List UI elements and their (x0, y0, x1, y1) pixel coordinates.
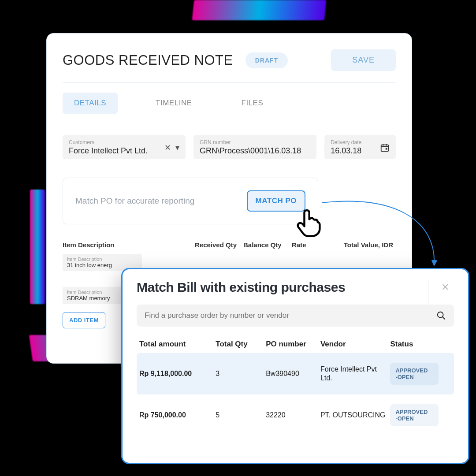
tab-details[interactable]: DETAILS (63, 93, 118, 114)
col-status: Status (390, 340, 451, 349)
field-value: GRN\Process\0001\16.03.18 (200, 146, 310, 156)
close-icon[interactable]: ✕ (436, 282, 454, 293)
form-fields: Customers Force Intellect Pvt Ltd. ✕ ▾ G… (63, 135, 396, 159)
col-total-qty: Total Qty (216, 340, 266, 349)
col-vendor: Vendor (320, 340, 390, 349)
field-label: Customers (69, 139, 164, 145)
field-value: Force Intellect Pvt Ltd. (69, 146, 164, 156)
po-status-badge: APPROVED -OPEN (390, 404, 439, 426)
item-description: 31 inch low energ (67, 262, 138, 268)
grn-number-field[interactable]: GRN number GRN\Process\0001\16.03.18 (193, 135, 316, 159)
po-search[interactable] (137, 305, 454, 327)
svg-rect-1 (386, 148, 387, 149)
cursor-hand-icon (294, 205, 326, 237)
delivery-date-field[interactable]: Delivery date 16.03.18 (324, 135, 396, 159)
card-header: GOODS RECEIVED NOTE DRAFT SAVE (63, 33, 396, 83)
divider (428, 281, 428, 305)
customers-field[interactable]: Customers Force Intellect Pvt Ltd. ✕ ▾ (63, 135, 186, 159)
add-item-button[interactable]: ADD ITEM (63, 312, 105, 328)
po-table-header: Total amount Total Qty PO number Vendor … (137, 335, 454, 353)
calendar-icon[interactable] (380, 143, 390, 152)
chevron-down-icon[interactable]: ▾ (175, 143, 179, 152)
po-amount: Rp 750,000.00 (139, 411, 216, 419)
po-row[interactable]: Rp 9,118,000.00 3 Bw390490 Force Intelle… (137, 353, 454, 394)
col-total-value: Total Value, IDR (336, 241, 393, 249)
modal-title: Match Bill with existing purchases (137, 280, 345, 295)
po-vendor: PT. OUTSOURCING (320, 411, 390, 420)
po-status-badge: APPROVED -OPEN (390, 363, 439, 385)
tab-timeline[interactable]: TIMELINE (144, 93, 203, 114)
decorative-streak (30, 190, 45, 304)
match-bill-modal: Match Bill with existing purchases ✕ Tot… (121, 268, 469, 464)
po-number: Bw390490 (266, 370, 320, 378)
po-qty: 3 (216, 370, 266, 378)
page-title: GOODS RECEIVED NOTE (63, 52, 233, 68)
decorative-streak (192, 0, 327, 20)
save-button[interactable]: SAVE (331, 49, 396, 71)
items-table-header: Item Description Received Qty Balance Qt… (63, 241, 396, 249)
tab-files[interactable]: FILES (230, 93, 275, 114)
po-number: 32220 (266, 411, 320, 419)
match-po-panel: Match PO for accurate reporting MATCH PO (63, 178, 318, 224)
col-po-number: PO number (266, 340, 320, 349)
svg-rect-0 (381, 145, 389, 151)
po-row[interactable]: Rp 750,000.00 5 32220 PT. OUTSOURCING AP… (137, 394, 454, 436)
svg-point-2 (438, 312, 443, 318)
clear-icon[interactable]: ✕ (164, 143, 171, 152)
col-item-description: Item Description (63, 241, 195, 249)
tabs: DETAILS TIMELINE FILES (63, 93, 396, 114)
field-label: Item Description (67, 257, 138, 262)
col-total-amount: Total amount (139, 340, 216, 349)
status-badge: DRAFT (245, 52, 288, 68)
col-rate: Rate (292, 241, 336, 249)
match-po-hint: Match PO for accurate reporting (75, 196, 194, 206)
field-label: GRN number (200, 139, 310, 145)
po-qty: 5 (216, 411, 266, 419)
field-value: 16.03.18 (331, 146, 361, 156)
po-vendor: Force Intellect Pvt Ltd. (320, 365, 390, 383)
po-amount: Rp 9,118,000.00 (139, 370, 216, 378)
col-balance-qty: Balance Qty (243, 241, 292, 249)
col-received-qty: Received Qty (195, 241, 243, 249)
field-label: Delivery date (331, 139, 361, 145)
po-search-input[interactable] (145, 311, 436, 320)
search-icon[interactable] (436, 311, 446, 320)
